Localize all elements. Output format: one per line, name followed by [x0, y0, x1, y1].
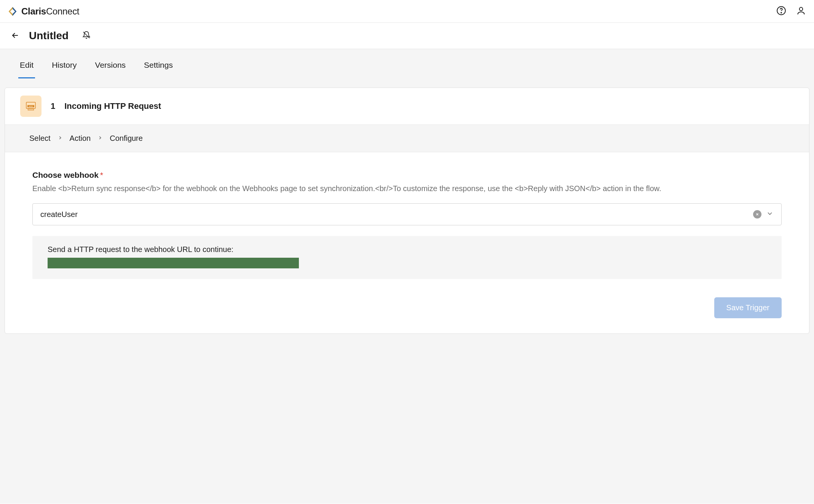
breadcrumb-configure[interactable]: Configure	[110, 134, 143, 143]
field-help: Enable <b>Return sync response</b> for t…	[32, 183, 782, 194]
chevron-right-icon	[57, 135, 63, 142]
back-button[interactable]	[11, 31, 20, 41]
tab-settings[interactable]: Settings	[142, 49, 174, 78]
form-section: Choose webhook* Enable <b>Return sync re…	[5, 152, 809, 290]
arrow-left-icon	[11, 31, 20, 41]
breadcrumb-select[interactable]: Select	[29, 134, 51, 143]
webhook-select[interactable]	[32, 203, 782, 225]
chevron-right-icon	[97, 135, 103, 142]
svg-point-2	[800, 7, 803, 11]
claris-logo-icon	[8, 6, 18, 16]
svg-rect-7	[28, 109, 34, 110]
select-actions	[753, 210, 774, 219]
breadcrumb-action[interactable]: Action	[70, 134, 91, 143]
webhook-url-redacted	[48, 258, 299, 268]
close-icon	[755, 212, 759, 217]
step-header[interactable]: HTTP 1 Incoming HTTP Request	[5, 88, 809, 124]
svg-text:HTTP: HTTP	[29, 106, 33, 107]
page-title: Untitled	[29, 30, 69, 42]
http-icon: HTTP	[20, 96, 41, 117]
tabs: Edit History Versions Settings	[0, 49, 814, 78]
logo[interactable]: ClarisConnect	[8, 6, 79, 17]
profile-button[interactable]	[796, 6, 806, 17]
step-number: 1	[51, 101, 55, 111]
tab-edit[interactable]: Edit	[18, 49, 35, 78]
tab-versions[interactable]: Versions	[94, 49, 128, 78]
sub-header: Untitled	[0, 23, 814, 49]
field-label: Choose webhook*	[32, 171, 782, 180]
notification-button[interactable]	[82, 31, 91, 41]
webhook-select-value[interactable]	[40, 210, 753, 219]
svg-point-1	[781, 13, 782, 13]
help-icon	[776, 6, 786, 17]
action-row: Save Trigger	[5, 290, 809, 333]
step-card: HTTP 1 Incoming HTTP Request Select Acti…	[5, 88, 809, 334]
info-box: Send a HTTP request to the webhook URL t…	[32, 236, 782, 279]
header-actions	[776, 6, 806, 17]
breadcrumb: Select Action Configure	[5, 124, 809, 152]
user-icon	[796, 6, 806, 17]
brand-name: ClarisConnect	[21, 6, 79, 17]
clear-button[interactable]	[753, 210, 761, 219]
info-text: Send a HTTP request to the webhook URL t…	[48, 245, 766, 254]
help-button[interactable]	[776, 6, 787, 17]
step-title: Incoming HTTP Request	[64, 101, 161, 111]
save-trigger-button[interactable]: Save Trigger	[714, 297, 782, 318]
chevron-down-icon	[766, 210, 774, 219]
main-area: Edit History Versions Settings HTTP 1 In…	[0, 49, 814, 504]
tab-history[interactable]: History	[50, 49, 78, 78]
top-header: ClarisConnect	[0, 0, 814, 23]
bell-off-icon	[82, 34, 91, 40]
required-marker: *	[100, 171, 103, 179]
